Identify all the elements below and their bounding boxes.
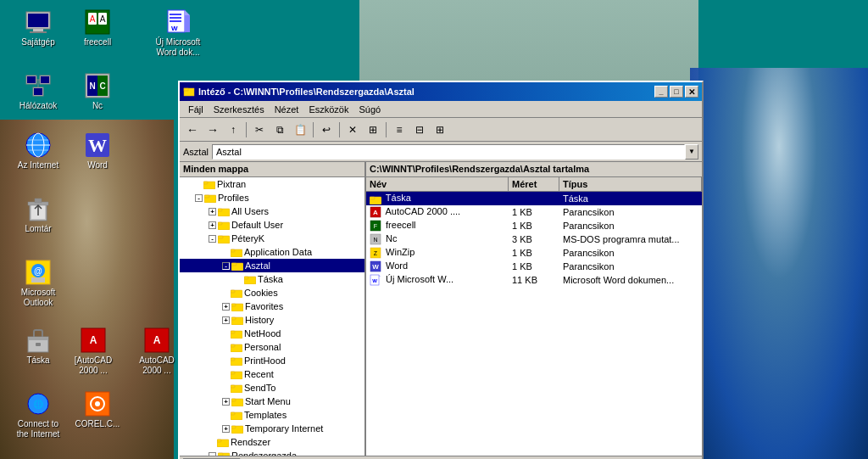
corel-label: COREL.C... [75, 419, 120, 429]
list-row-word[interactable]: W Word 1 KB Parancsikon [366, 260, 702, 273]
expand-startmenu[interactable]: + [222, 398, 230, 406]
svg-rect-22 [41, 76, 49, 83]
maximize-button[interactable]: □ [670, 86, 683, 98]
copy-button[interactable]: ⧉ [270, 120, 289, 139]
tree-item-startmenu[interactable]: + Start Menu [180, 395, 364, 408]
expand-tempinternet[interactable]: + [222, 425, 230, 433]
tree-item-history[interactable]: + History [180, 313, 364, 327]
desktop-icon-connect[interactable]: 🌐 Connect tothe Internet [8, 390, 68, 439]
col-header-nev[interactable]: Név [366, 177, 509, 191]
tree-item-rendszergazda[interactable]: - Rendszergazda [180, 449, 364, 456]
delete-button[interactable]: ✕ [343, 120, 362, 139]
file-size-autocad: 1 KB [509, 206, 559, 218]
tree-label-rendszer: Rendszer [231, 437, 270, 447]
expand-defaultuser[interactable]: + [209, 221, 216, 229]
tree-item-peteryk[interactable]: - PéteryK [180, 232, 364, 245]
minimize-button[interactable]: _ [654, 86, 668, 98]
desktop-icon-word[interactable]: W Word [68, 132, 127, 171]
connect-label: Connect tothe Internet [17, 419, 60, 439]
title-bar: Intéző - C:\WINNT\Profiles\Rendszergazda… [180, 82, 702, 101]
file-icon-word: W [370, 260, 381, 272]
tree-item-favorites[interactable]: + Favorites [180, 299, 364, 313]
tree-item-allusers[interactable]: + All Users [180, 204, 364, 218]
menu-szerkesztes[interactable]: Szerkesztés [209, 103, 270, 116]
expand-rendszergazda[interactable]: - [209, 452, 216, 456]
file-type-taska: Táska [559, 193, 702, 204]
desktop-icon-sajatgep[interactable]: Sajátgép [8, 8, 68, 48]
paste-button[interactable]: 📋 [291, 120, 309, 139]
list-row-uj-word[interactable]: W Új Microsoft W... 11 KB Microsoft Word… [366, 273, 702, 287]
svg-text:C: C [99, 81, 105, 91]
up-button[interactable]: ↑ [224, 120, 242, 139]
tree-label-favorites: Favorites [245, 301, 283, 311]
views-btn3[interactable]: ⊞ [431, 120, 449, 139]
menu-nezet[interactable]: Nézet [270, 103, 304, 116]
desktop-icon-corel[interactable]: COREL.C... [68, 390, 127, 429]
views-btn2[interactable]: ⊟ [410, 120, 429, 139]
file-icon-winzip: Z [370, 247, 381, 259]
expand-favorites[interactable]: + [222, 303, 230, 311]
tree-item-personal[interactable]: Personal [180, 340, 364, 354]
col-header-tipus[interactable]: Típus [559, 177, 702, 191]
desktop-icon-uj-word[interactable]: W Új MicrosoftWord dok... [148, 8, 208, 58]
menu-sugo[interactable]: Súgó [353, 103, 386, 116]
forward-button[interactable]: → [203, 120, 222, 139]
tree-item-recent[interactable]: Recent [180, 367, 364, 381]
desktop-icon-freecell[interactable]: A A freecell [68, 8, 127, 48]
menu-fajl[interactable]: Fájl [183, 103, 209, 116]
list-row-freecell[interactable]: F freecell 1 KB Parancsikon [366, 219, 702, 232]
file-type-nc: MS-DOS programra mutat... [559, 233, 702, 245]
expand-peteryk[interactable]: - [209, 235, 216, 243]
file-name-taska: Táska [366, 192, 509, 204]
views-button[interactable]: ≡ [390, 120, 409, 139]
freecell-icon: A A [84, 8, 111, 36]
list-row-taska[interactable]: Táska Táska [366, 192, 702, 205]
tree-item-appdata1[interactable]: Application Data [180, 245, 364, 259]
expand-profiles[interactable]: - [195, 194, 203, 202]
expand-asztal[interactable]: - [222, 262, 230, 270]
autocad1-icon: A [80, 327, 107, 354]
tree-item-asztal[interactable]: - Asztal [180, 259, 364, 272]
tree-item-cookies[interactable]: Cookies [180, 286, 364, 299]
list-row-winzip[interactable]: Z WinZip 1 KB Parancsikon [366, 246, 702, 260]
undo-button[interactable]: ↩ [317, 120, 336, 139]
properties-button[interactable]: ⊞ [364, 120, 382, 139]
folder-icon-printhood [231, 355, 242, 366]
desktop-icon-nc[interactable]: N C Nc [68, 72, 127, 111]
toolbar: ← → ↑ ✂ ⧉ 📋 ↩ ✕ ⊞ ≡ ⊟ ⊞ [180, 118, 702, 142]
file-size-winzip: 1 KB [509, 247, 559, 259]
tree-item-profiles[interactable]: - Profiles [180, 191, 364, 204]
tree-item-templates[interactable]: Templates [180, 408, 364, 422]
expand-allusers[interactable]: + [209, 208, 216, 216]
desktop-icon-halozatok[interactable]: Hálózatok [8, 72, 68, 111]
desktop-icon-taska[interactable]: Táska [8, 327, 68, 366]
desktop-icon-autocad1[interactable]: A [AutoCAD2000 ... [64, 327, 123, 376]
list-row-autocad[interactable]: A AutoCAD 2000 .... 1 KB Parancsikon [366, 205, 702, 219]
tree-view[interactable]: Pixtran - Profiles + All Users [180, 177, 364, 456]
desktop-icon-lomtar[interactable]: Lomtár [8, 195, 68, 234]
halozatok-label: Hálózatok [19, 101, 57, 111]
tree-item-tempinternet[interactable]: + Temporary Internet [180, 422, 364, 435]
autocad1-label: [AutoCAD2000 ... [75, 355, 112, 376]
tree-item-nethood[interactable]: NetHood [180, 327, 364, 340]
menu-eszkozok[interactable]: Eszközök [303, 103, 353, 116]
address-input[interactable] [212, 144, 685, 160]
col-header-meret[interactable]: Méret [509, 177, 559, 191]
desktop-icon-az-internet[interactable]: Az Internet [8, 132, 68, 171]
tree-item-sendto[interactable]: SendTo [180, 381, 364, 395]
tree-label-startmenu: Start Menu [245, 396, 291, 406]
tree-item-pixtran[interactable]: Pixtran [180, 177, 364, 191]
tree-item-defaultuser[interactable]: + Default User [180, 218, 364, 232]
expand-history[interactable]: + [222, 316, 230, 324]
desktop-icon-outlook[interactable]: @ MicrosoftOutlook [8, 259, 68, 308]
back-button[interactable]: ← [183, 120, 202, 139]
list-view[interactable]: Név Méret Típus Táska Táska [366, 177, 702, 456]
tree-item-printhood[interactable]: PrintHood [180, 354, 364, 367]
tree-item-taska[interactable]: Táska [180, 272, 364, 286]
address-dropdown[interactable]: ▼ [685, 144, 698, 160]
close-button[interactable]: ✕ [685, 86, 698, 98]
file-icon-uj-word: W [370, 274, 381, 286]
list-row-nc[interactable]: N Nc 3 KB MS-DOS programra mutat... [366, 232, 702, 246]
cut-button[interactable]: ✂ [250, 120, 269, 139]
tree-item-rendszer[interactable]: Rendszer [180, 435, 364, 449]
